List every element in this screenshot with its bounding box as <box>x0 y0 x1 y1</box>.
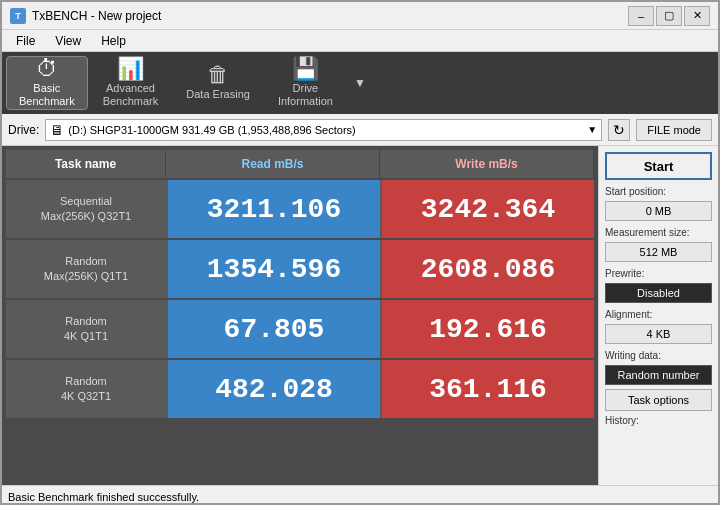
main-content: Task name Read mB/s Write mB/s Sequentia… <box>2 146 718 485</box>
file-mode-button[interactable]: FILE mode <box>636 119 712 141</box>
toolbar-dropdown[interactable]: ▼ <box>348 56 372 110</box>
status-text: Basic Benchmark finished successfully. <box>8 491 199 503</box>
col-task-name: Task name <box>6 150 166 178</box>
advanced-benchmark-icon: 📊 <box>117 58 144 80</box>
toolbar-advanced-benchmark-label: Advanced Benchmark <box>103 82 159 108</box>
table-row: Random Max(256K) Q1T1 1354.596 2608.086 <box>6 240 594 298</box>
title-bar: T TxBENCH - New project – ▢ ✕ <box>2 2 718 30</box>
writing-data-label: Writing data: <box>605 350 712 361</box>
drive-information-icon: 💾 <box>292 58 319 80</box>
drive-select[interactable]: 🖥 (D:) SHGP31-1000GM 931.49 GB (1,953,48… <box>45 119 602 141</box>
toolbar-data-erasing[interactable]: 🗑 Data Erasing <box>173 56 263 110</box>
prewrite-label: Prewrite: <box>605 268 712 279</box>
row1-write: 3242.364 <box>382 180 594 238</box>
start-position-label: Start position: <box>605 186 712 197</box>
drive-label: Drive: <box>8 123 39 137</box>
toolbar-basic-benchmark-label: Basic Benchmark <box>19 82 75 108</box>
app-icon: T <box>10 8 26 24</box>
title-bar-left: T TxBENCH - New project <box>10 8 161 24</box>
row3-label: Random 4K Q1T1 <box>6 300 166 358</box>
drive-disk-icon: 🖥 <box>50 122 64 138</box>
table-row: Sequential Max(256K) Q32T1 3211.106 3242… <box>6 180 594 238</box>
drive-select-chevron: ▼ <box>587 124 597 135</box>
maximize-button[interactable]: ▢ <box>656 6 682 26</box>
task-options-button[interactable]: Task options <box>605 389 712 411</box>
alignment-label: Alignment: <box>605 309 712 320</box>
prewrite-value: Disabled <box>605 283 712 303</box>
col-read: Read mB/s <box>166 150 380 178</box>
menu-bar: File View Help <box>2 30 718 52</box>
right-panel: Start Start position: 0 MB Measurement s… <box>598 146 718 485</box>
benchmark-table: Task name Read mB/s Write mB/s Sequentia… <box>2 146 598 485</box>
menu-file[interactable]: File <box>8 32 43 50</box>
toolbar-basic-benchmark[interactable]: ⏱ Basic Benchmark <box>6 56 88 110</box>
toolbar-drive-information-label: Drive Information <box>278 82 333 108</box>
row2-read: 1354.596 <box>168 240 380 298</box>
row1-read: 3211.106 <box>168 180 380 238</box>
row4-read: 482.028 <box>168 360 380 418</box>
drive-select-text: 🖥 (D:) SHGP31-1000GM 931.49 GB (1,953,48… <box>50 122 355 138</box>
drive-refresh-button[interactable]: ↻ <box>608 119 630 141</box>
menu-view[interactable]: View <box>47 32 89 50</box>
status-bar: Basic Benchmark finished successfully. <box>2 485 718 505</box>
table-row: Random 4K Q32T1 482.028 361.116 <box>6 360 594 418</box>
row1-label: Sequential Max(256K) Q32T1 <box>6 180 166 238</box>
row3-read: 67.805 <box>168 300 380 358</box>
row4-write: 361.116 <box>382 360 594 418</box>
window-title: TxBENCH - New project <box>32 9 161 23</box>
col-write: Write mB/s <box>380 150 594 178</box>
table-header: Task name Read mB/s Write mB/s <box>6 150 594 178</box>
toolbar: ⏱ Basic Benchmark 📊 Advanced Benchmark 🗑… <box>2 52 718 114</box>
measurement-size-label: Measurement size: <box>605 227 712 238</box>
writing-data-value: Random number <box>605 365 712 385</box>
toolbar-drive-information[interactable]: 💾 Drive Information <box>265 56 346 110</box>
basic-benchmark-icon: ⏱ <box>36 58 58 80</box>
toolbar-data-erasing-label: Data Erasing <box>186 88 250 101</box>
title-bar-controls: – ▢ ✕ <box>628 6 710 26</box>
start-position-value: 0 MB <box>605 201 712 221</box>
data-erasing-icon: 🗑 <box>207 64 229 86</box>
start-button[interactable]: Start <box>605 152 712 180</box>
drive-select-value: (D:) SHGP31-1000GM 931.49 GB (1,953,488,… <box>68 124 355 136</box>
row2-write: 2608.086 <box>382 240 594 298</box>
alignment-value: 4 KB <box>605 324 712 344</box>
close-button[interactable]: ✕ <box>684 6 710 26</box>
row4-label: Random 4K Q32T1 <box>6 360 166 418</box>
drive-bar: Drive: 🖥 (D:) SHGP31-1000GM 931.49 GB (1… <box>2 114 718 146</box>
measurement-size-value: 512 MB <box>605 242 712 262</box>
row3-write: 192.616 <box>382 300 594 358</box>
row2-label: Random Max(256K) Q1T1 <box>6 240 166 298</box>
menu-help[interactable]: Help <box>93 32 134 50</box>
toolbar-advanced-benchmark[interactable]: 📊 Advanced Benchmark <box>90 56 172 110</box>
history-label: History: <box>605 415 712 426</box>
table-row: Random 4K Q1T1 67.805 192.616 <box>6 300 594 358</box>
minimize-button[interactable]: – <box>628 6 654 26</box>
